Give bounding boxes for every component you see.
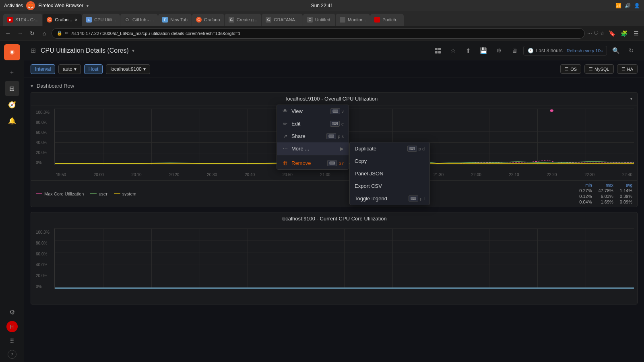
submenu-legend-label: Toggle legend: [355, 195, 387, 202]
submenu-panel-json[interactable]: Panel JSON: [350, 167, 429, 180]
menu-item-share[interactable]: ↗ Share ⌨ p s: [277, 130, 349, 142]
taskbar-clock: Sun 22:41: [311, 3, 333, 8]
tab-grafana2[interactable]: G Grafana: [192, 14, 224, 26]
xaxis-2130: 21:30: [433, 173, 444, 177]
search-button[interactable]: 🔍: [609, 44, 622, 57]
tab-favicon-monitor: [340, 17, 345, 23]
panel1-caret: ▾: [630, 97, 632, 101]
back-button[interactable]: ←: [3, 29, 13, 38]
shield-icon[interactable]: 🛡: [594, 31, 599, 36]
sidebar-item-settings[interactable]: ⚙: [5, 305, 19, 319]
activities-label[interactable]: Activities: [4, 3, 23, 8]
tv-mode-button[interactable]: 🖥: [508, 44, 521, 57]
tab-pudich[interactable]: Pudich...: [370, 14, 404, 26]
duplicate-shortcut: ⌨ p d: [407, 146, 425, 152]
tab-label-untitled: Untitled: [315, 17, 330, 22]
legend-stat-avg-col: avg 1.14% 0.39% 0.09%: [620, 183, 632, 204]
volume-icon: 🔊: [625, 3, 631, 8]
menu-remove-label: Remove: [291, 160, 311, 166]
taskbar-caret[interactable]: ▾: [87, 4, 89, 8]
sidebar-item-apps[interactable]: ⠿: [5, 334, 19, 348]
tab-label-grafana3: GRAFANA...: [274, 17, 299, 22]
menu-item-more[interactable]: ⋯ More ... ▶ Duplicate ⌨ p d: [277, 142, 349, 155]
submenu-export-csv[interactable]: Export CSV: [350, 180, 429, 192]
submenu-toggle-legend[interactable]: Toggle legend ⌨ p l: [350, 192, 429, 205]
xaxis-2240: 22:40: [622, 173, 632, 177]
bars-icon-os: ☰: [565, 66, 569, 72]
settings-button[interactable]: ⚙: [493, 44, 506, 57]
panel1-header[interactable]: localhost:9100 - Overall CPU Utilization…: [31, 93, 637, 105]
menu-item-view[interactable]: 👁 View ⌨ v: [277, 105, 349, 117]
grafana-logo[interactable]: [4, 44, 20, 60]
hamburger-button[interactable]: ☰: [631, 29, 641, 38]
tab-youtube[interactable]: ▶ S1E4 - Gr...: [3, 14, 42, 26]
tab-cpu[interactable]: G CPU Utili...: [82, 14, 120, 26]
legend-color-user: [90, 193, 97, 194]
firefox-icon[interactable]: 🦊: [26, 1, 35, 10]
star-icon[interactable]: ☆: [600, 31, 605, 36]
filter-tag-ha[interactable]: ☰ HA: [617, 64, 638, 74]
tab-grafana3[interactable]: G GRAFANA...: [262, 14, 303, 26]
filter-tag-os[interactable]: ☰ OS: [560, 64, 581, 74]
legend-color-system: [114, 193, 120, 194]
star-dashboard-button[interactable]: ☆: [447, 44, 460, 57]
clock-icon: 🕐: [528, 48, 534, 53]
menu-item-edit[interactable]: ✏ Edit ⌨ e: [277, 117, 349, 130]
view-icon: 👁: [282, 108, 288, 114]
tab-favicon-github: ⬡: [124, 17, 130, 23]
panel2-header[interactable]: localhost:9100 - Current CPU Core Utiliz…: [31, 212, 637, 225]
yaxis-60: 60.0%: [36, 130, 53, 135]
row-toggle[interactable]: ▾: [31, 83, 33, 89]
xaxis-2210: 22:10: [509, 173, 519, 177]
xaxis-2020: 20:20: [169, 173, 179, 177]
dashboard-title-caret[interactable]: ▾: [132, 48, 134, 53]
tab-github[interactable]: ⬡ GitHub - ...: [120, 14, 158, 26]
tab-label-cpu: CPU Utili...: [94, 17, 116, 22]
tab-close-grafana[interactable]: ✕: [74, 18, 78, 22]
more-icon[interactable]: ⋯: [587, 31, 592, 36]
sidebar-item-plus[interactable]: +: [5, 65, 19, 80]
legend-max-avg: 1.14%: [620, 188, 632, 193]
tab-untitled[interactable]: G Untitled: [303, 14, 335, 26]
save-dashboard-button[interactable]: 💾: [477, 44, 490, 57]
interval-dropdown[interactable]: auto ▾: [58, 64, 80, 74]
tab-newtab[interactable]: F New Tab: [158, 14, 192, 26]
submenu-copy[interactable]: Copy: [350, 155, 429, 167]
refresh-button[interactable]: ↻: [625, 44, 638, 57]
edit-shortcut: ⌨ e: [330, 121, 344, 127]
sidebar-item-grid[interactable]: ⊞: [5, 81, 19, 96]
forward-button[interactable]: →: [15, 29, 25, 38]
legend-user-min: 0.12%: [579, 194, 592, 199]
filter-tags: ☰ OS ☰ MySQL ☰ HA: [560, 64, 638, 74]
submenu-duplicate[interactable]: Duplicate ⌨ p d: [350, 142, 429, 155]
sidebar-item-avatar[interactable]: H: [6, 321, 18, 332]
refresh-rate-label: Refresh every 10s: [567, 48, 603, 53]
tab-monitor[interactable]: Monitor...: [336, 14, 370, 26]
menu-item-remove[interactable]: 🗑 Remove ⌨ p r: [277, 157, 349, 169]
tab-grafana-active[interactable]: G Grafan... ✕: [43, 14, 82, 26]
filter-bar: Interval auto ▾ Host localhost:9100 ▾ ☰ …: [24, 60, 644, 78]
add-panel-button[interactable]: [431, 44, 444, 57]
time-range-picker[interactable]: 🕐 Last 3 hours Refresh every 10s: [523, 46, 607, 56]
submenu: Duplicate ⌨ p d Copy: [349, 142, 430, 205]
url-bar[interactable]: 🔒 ✏ 78.140.177.227:3000/d/_L6N3u_mz/cpu-…: [52, 28, 585, 39]
interval-caret: ▾: [74, 66, 76, 72]
home-button[interactable]: ⌂: [39, 29, 49, 38]
edit-icon: ✏: [282, 121, 288, 127]
view-shortcut-icon: ⌨: [330, 108, 340, 114]
extensions-button[interactable]: 🧩: [619, 29, 629, 38]
share-dashboard-button[interactable]: ⬆: [462, 44, 475, 57]
p2-yaxis-20: 20.0%: [36, 274, 53, 278]
os-taskbar: Activities 🦊 Firefox Web Browser ▾ Sun 2…: [0, 0, 644, 11]
sidebar-item-compass[interactable]: 🧭: [5, 97, 19, 112]
filter-tag-mysql[interactable]: ☰ MySQL: [584, 64, 614, 74]
sidebar-item-help[interactable]: ?: [8, 350, 17, 359]
share-shortcut-keys: p s: [338, 134, 344, 139]
tab-create[interactable]: G Create g...: [225, 14, 261, 26]
reload-button[interactable]: ↻: [27, 29, 37, 38]
host-dropdown[interactable]: localhost:9100 ▾: [106, 64, 150, 74]
grafana-topnav: ⊞ CPU Utilization Details (Cores) ▾ ☆ ⬆ …: [24, 41, 644, 60]
panel2-yaxis: 100.0% 80.0% 60.0% 40.0% 20.0% 0%: [34, 228, 54, 289]
bookmark-button[interactable]: 🔖: [607, 29, 617, 38]
sidebar-item-bell[interactable]: 🔔: [5, 113, 19, 128]
